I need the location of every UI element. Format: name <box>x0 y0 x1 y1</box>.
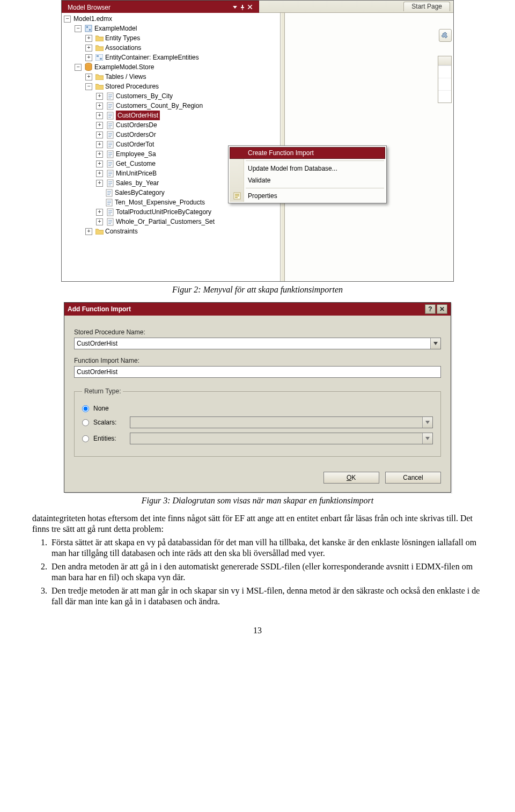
node-entity-container[interactable]: +EntityContainer: ExampleEntities <box>85 53 280 62</box>
sp-node[interactable]: +CustOrderHist <box>96 111 280 120</box>
collapse-icon[interactable]: − <box>85 83 92 90</box>
svg-rect-11 <box>100 58 102 60</box>
expand-icon[interactable]: + <box>96 103 103 109</box>
combo-stored-procedure-input[interactable] <box>74 338 441 349</box>
svg-rect-42 <box>108 162 112 163</box>
sp-node[interactable]: +Whole_Or_Partial_Customers_Set <box>96 217 280 226</box>
node-constraints[interactable]: +Constraints <box>85 226 280 236</box>
collapse-icon[interactable]: − <box>64 16 71 23</box>
svg-marker-0 <box>233 6 237 9</box>
radio-none[interactable] <box>82 405 89 412</box>
expand-icon[interactable]: + <box>96 218 103 225</box>
sp-node[interactable]: +TotalProductUnitPriceByCategory <box>96 207 280 217</box>
tab-bar: Model Browser Start Page <box>62 1 453 13</box>
return-type-legend: Return Type: <box>82 387 123 395</box>
cancel-button[interactable]: Cancel <box>385 472 441 484</box>
stored-procedure-icon <box>106 101 114 110</box>
spacer <box>96 190 102 196</box>
dropdown-icon[interactable] <box>233 5 238 10</box>
menu-item-validate[interactable]: Validate <box>230 174 385 186</box>
svg-rect-58 <box>107 201 111 201</box>
close-button[interactable]: ✕ <box>437 304 447 314</box>
combo-entities[interactable] <box>130 433 433 444</box>
list-item: Första sättet är att skapa en vy på data… <box>49 537 483 559</box>
sp-label: CustOrderTot <box>116 140 154 149</box>
collapse-icon[interactable]: − <box>75 64 82 71</box>
chevron-down-icon[interactable] <box>422 417 432 428</box>
svg-rect-39 <box>108 154 112 155</box>
expand-icon[interactable]: + <box>96 122 103 129</box>
svg-rect-55 <box>107 193 111 193</box>
stored-procedure-icon <box>106 150 114 158</box>
close-icon[interactable] <box>248 5 253 10</box>
menu-item-create-function-import[interactable]: Create Function Import <box>230 147 385 159</box>
menu-item-update-model[interactable]: Update Model from Database... <box>230 163 385 174</box>
svg-rect-71 <box>235 195 239 196</box>
folder-icon <box>95 43 104 52</box>
tab-start-page[interactable]: Start Page <box>403 2 450 11</box>
tab-model-browser[interactable]: Model Browser <box>62 1 259 13</box>
expand-icon[interactable]: + <box>96 93 103 100</box>
sp-node[interactable]: +CustOrdersOr <box>96 130 280 140</box>
radio-scalars[interactable] <box>82 419 89 426</box>
combo-scalars[interactable] <box>130 416 433 428</box>
stored-procedure-icon <box>106 217 114 226</box>
sp-node[interactable]: +Customers_By_City <box>96 91 280 101</box>
collapse-icon[interactable]: − <box>75 25 82 32</box>
chevron-down-icon[interactable] <box>430 338 440 349</box>
expand-icon[interactable]: + <box>85 35 92 42</box>
node-entity-types[interactable]: +Entity Types <box>85 33 280 43</box>
expand-icon[interactable]: + <box>96 160 103 167</box>
dialog-title-text: Add Function Import <box>68 305 131 313</box>
combo-stored-procedure[interactable] <box>74 338 441 349</box>
svg-rect-63 <box>108 212 112 213</box>
dialog-titlebar[interactable]: Add Function Import ? ✕ <box>64 303 451 316</box>
svg-marker-73 <box>433 342 438 345</box>
svg-marker-75 <box>425 437 430 440</box>
input-function-import-name[interactable] <box>74 366 441 378</box>
folder-icon <box>95 227 104 236</box>
node-store[interactable]: − ExampleModel.Store <box>75 62 280 72</box>
ok-button[interactable]: OK <box>323 472 379 484</box>
tree-root[interactable]: − Model1.edmx <box>64 14 280 24</box>
toolbox-button[interactable] <box>439 29 452 42</box>
expand-icon[interactable]: + <box>85 45 92 52</box>
container-icon <box>95 53 104 62</box>
svg-rect-66 <box>108 220 112 221</box>
sp-node[interactable]: +CustOrdersDe <box>96 120 280 130</box>
side-collapsed-panel[interactable] <box>438 56 452 103</box>
sp-node[interactable]: +Customers_Count_By_Region <box>96 101 280 111</box>
expand-icon[interactable]: + <box>85 54 92 61</box>
node-tables-views[interactable]: +Tables / Views <box>85 72 280 82</box>
svg-rect-70 <box>235 194 239 195</box>
node-example-model[interactable]: − ExampleModel <box>75 24 280 33</box>
ok-label-rest: K <box>351 474 356 481</box>
svg-rect-6 <box>85 25 92 32</box>
svg-rect-20 <box>108 107 111 108</box>
expand-icon[interactable]: + <box>96 141 103 148</box>
expand-icon[interactable]: + <box>96 112 103 119</box>
menu-item-properties[interactable]: Properties <box>230 190 385 202</box>
svg-rect-56 <box>107 194 110 195</box>
node-associations[interactable]: +Associations <box>85 43 280 53</box>
svg-rect-72 <box>235 197 238 198</box>
sp-label: Customers_By_City <box>116 91 173 101</box>
node-stored-procedures[interactable]: −Stored Procedures <box>85 82 280 91</box>
expand-icon[interactable]: + <box>96 209 103 216</box>
chevron-down-icon[interactable] <box>422 433 432 444</box>
expand-icon[interactable]: + <box>85 228 92 235</box>
database-icon <box>84 63 93 71</box>
sp-label: Get_Custome <box>116 159 156 169</box>
expand-icon[interactable]: + <box>96 151 103 158</box>
expand-icon[interactable]: + <box>96 131 103 138</box>
radio-entities[interactable] <box>82 435 89 442</box>
expand-icon[interactable]: + <box>96 170 103 177</box>
expand-icon[interactable]: + <box>96 180 103 187</box>
sp-label: CustOrderHist <box>116 111 160 120</box>
properties-icon <box>233 192 241 200</box>
help-button[interactable]: ? <box>425 304 436 314</box>
expand-icon[interactable]: + <box>85 74 92 81</box>
label-entities: Entities: <box>93 435 126 442</box>
svg-rect-30 <box>108 133 112 134</box>
pin-icon[interactable] <box>240 5 246 10</box>
